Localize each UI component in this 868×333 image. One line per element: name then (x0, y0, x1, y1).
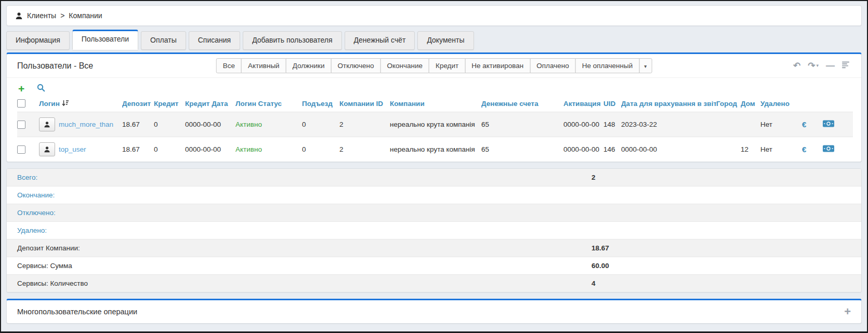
cell-credit: 0 (154, 112, 185, 137)
multiuser-operations-title: Многопользовательские операции (17, 308, 137, 316)
cell-company-id: 2 (339, 137, 390, 162)
filter-credit[interactable]: Кредит (429, 58, 465, 73)
column-credit-date[interactable]: Кредит Дата (185, 95, 235, 112)
row-checkbox[interactable] (17, 145, 25, 154)
filter-active[interactable]: Активный (241, 58, 286, 73)
summary-company-deposit-label: Депозит Компании: (17, 244, 80, 252)
cell-uid: 146 (603, 137, 621, 162)
column-house[interactable]: Дом (741, 95, 760, 112)
summary-disabled-link[interactable]: Отключено: (17, 209, 56, 217)
user-profile-button[interactable] (39, 142, 55, 156)
collapse-minus-icon[interactable]: — (826, 61, 835, 70)
filter-dropdown-button[interactable]: ▾ (639, 58, 652, 73)
redo-button[interactable]: ↷ ▾ (808, 61, 819, 70)
tab-bar: Информация Пользователи Оплаты Списания … (6, 31, 862, 50)
cell-activation: 0000-00-00 (563, 112, 603, 137)
cell-credit-date: 0000-00-00 (185, 137, 235, 162)
search-icon[interactable] (37, 84, 45, 94)
tab-payments[interactable]: Оплаты (141, 31, 186, 50)
tab-documents[interactable]: Документы (417, 31, 474, 50)
summary-total-link[interactable]: Всего: (17, 174, 37, 181)
login-link[interactable]: much_more_than (59, 121, 113, 128)
tab-money-account[interactable]: Денежный счёт (345, 31, 415, 50)
summary-company-deposit-value: 18.67 (591, 244, 609, 252)
list-lines-icon[interactable] (842, 61, 851, 71)
cell-activation: 0000-00-00 (563, 137, 603, 162)
add-icon[interactable]: + (18, 83, 24, 94)
login-link[interactable]: top_user (59, 145, 86, 153)
cell-deleted: Нет (760, 137, 802, 162)
euro-icon[interactable]: € (802, 112, 823, 137)
money-banknote-icon[interactable] (823, 120, 835, 129)
summary-services-sum-label: Сервисы: Сумма (17, 262, 72, 270)
summary-panel: Всего: 2 Окончание: Отключено: Удалено: … (6, 168, 862, 292)
status-badge: Активно (235, 112, 302, 137)
tab-add-user[interactable]: Добавить пользователя (243, 31, 341, 50)
column-deleted[interactable]: Удалено (760, 95, 802, 112)
panel-header-icons: ↶ ↷ ▾ — (793, 61, 851, 71)
filter-all[interactable]: Все (216, 58, 242, 73)
table-row: much_more_than 18.67 0 0000-00-00 Активн… (17, 112, 853, 137)
summary-row-services-count: Сервисы: Количество 4 (7, 274, 861, 292)
column-credit[interactable]: Кредит (154, 95, 185, 112)
filter-group: Все Активный Должники Отключено Окончани… (216, 58, 652, 73)
column-city[interactable]: Город (716, 95, 741, 112)
app-window: Клиенты > Компании Информация Пользовате… (0, 0, 868, 333)
column-report-date[interactable]: Дата для врахування в звіті (621, 95, 716, 112)
table-toolbar: + (7, 78, 861, 95)
summary-row-deleted: Удалено: (7, 221, 861, 239)
redo-caret-icon: ▾ (816, 63, 819, 68)
filter-expiring[interactable]: Окончание (380, 58, 429, 73)
summary-row-services-sum: Сервисы: Сумма 60.00 (7, 257, 861, 274)
column-entrance[interactable]: Подъезд (302, 95, 339, 112)
expand-plus-icon[interactable]: + (844, 306, 851, 317)
cell-money-accounts: 65 (481, 137, 563, 162)
filter-debtors[interactable]: Должники (286, 58, 332, 73)
summary-row-company-deposit: Депозит Компании: 18.67 (7, 239, 861, 257)
summary-row-total: Всего: 2 (7, 169, 861, 186)
cell-company: нереально крута компанія (390, 112, 481, 137)
cell-city (716, 112, 741, 137)
cell-company-id: 2 (339, 112, 390, 137)
column-deposit[interactable]: Депозит (122, 95, 154, 112)
column-company[interactable]: Компании (390, 95, 481, 112)
filter-disabled[interactable]: Отключено (331, 58, 381, 73)
tab-writeoffs[interactable]: Списания (189, 31, 240, 50)
filter-paid[interactable]: Оплачено (530, 58, 575, 73)
row-checkbox[interactable] (17, 121, 25, 129)
users-table: Логин Депозит Кредит Кредит Дата Логин С… (17, 95, 853, 162)
breadcrumb-separator: > (60, 11, 64, 20)
user-profile-button[interactable] (39, 117, 55, 131)
summary-deleted-link[interactable]: Удалено: (17, 227, 47, 234)
select-all-checkbox[interactable] (17, 99, 25, 108)
column-money-accounts[interactable]: Денежные счета (481, 95, 563, 112)
breadcrumb: Клиенты > Компании (6, 5, 862, 26)
tab-information[interactable]: Информация (6, 31, 70, 50)
filter-unpaid[interactable]: Не оплаченный (575, 58, 640, 73)
summary-total-value: 2 (591, 174, 596, 181)
tab-users[interactable]: Пользователи (72, 30, 138, 50)
filter-not-activated[interactable]: Не активирован (465, 58, 530, 73)
cell-deposit: 18.67 (122, 137, 154, 162)
users-panel: Пользователи - Все Все Активный Должники… (6, 52, 862, 162)
undo-icon[interactable]: ↶ (793, 61, 800, 70)
column-company-id[interactable]: Компании ID (339, 95, 390, 112)
column-uid[interactable]: UID (603, 95, 621, 112)
status-badge: Активно (235, 137, 302, 162)
column-login[interactable]: Логин (39, 95, 122, 112)
cell-entrance: 0 (302, 112, 339, 137)
summary-services-count-label: Сервисы: Количество (17, 279, 88, 287)
sort-icon (62, 100, 69, 106)
column-activation[interactable]: Активация (563, 95, 603, 112)
breadcrumb-clients[interactable]: Клиенты (27, 11, 56, 20)
euro-icon[interactable]: € (802, 137, 823, 162)
cell-money-accounts: 65 (481, 112, 563, 137)
cell-entrance: 0 (302, 137, 339, 162)
table-header-row: Логин Депозит Кредит Кредит Дата Логин С… (17, 95, 853, 112)
summary-expiration-link[interactable]: Окончание: (17, 191, 55, 199)
money-banknote-icon[interactable] (823, 145, 835, 154)
multiuser-operations-panel[interactable]: Многопользовательские операции + (6, 299, 862, 324)
cell-city (716, 137, 741, 162)
column-login-status[interactable]: Логин Статус (235, 95, 302, 112)
breadcrumb-companies[interactable]: Компании (69, 11, 102, 20)
